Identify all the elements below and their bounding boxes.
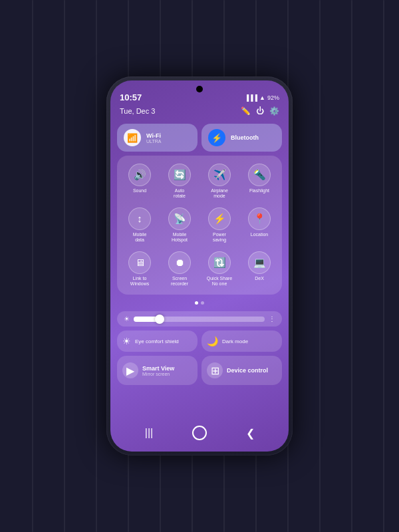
brightness-thumb[interactable] — [155, 315, 164, 324]
phone-device: 10:57 ▐▐▐ ▲ 92% Tue, Dec 3 ✏️ ⏻ ⚙️ 📶 — [106, 76, 293, 456]
back-button[interactable]: ❮ — [239, 422, 261, 444]
header-action-icons: ✏️ ⏻ ⚙️ — [241, 106, 279, 116]
edit-icon[interactable]: ✏️ — [241, 106, 251, 116]
phone-screen: 10:57 ▐▐▐ ▲ 92% Tue, Dec 3 ✏️ ⏻ ⚙️ 📶 — [110, 80, 289, 452]
link-windows-label: Link toWindows — [130, 276, 149, 287]
screen-recorder-icon: ⏺ — [168, 251, 191, 274]
tile-hotspot[interactable]: 📡 MobileHotspot — [161, 205, 198, 246]
dot-2 — [201, 301, 204, 305]
wifi-status-icon: ▲ — [259, 94, 265, 101]
quick-share-icon: 🔃 — [208, 251, 231, 274]
status-icons: ▐▐▐ ▲ 92% — [245, 94, 279, 101]
brightness-more-icon: ⋮ — [269, 315, 275, 323]
eye-comfort-icon: ☀ — [122, 336, 131, 346]
tile-quick-share[interactable]: 🔃 Quick ShareNo one — [201, 249, 238, 290]
sound-icon: 🔊 — [128, 164, 151, 186]
top-connectivity-tiles: 📶 Wi-Fi ULTRA ⚡ Bluetooth — [117, 124, 282, 152]
bluetooth-tile-text: Bluetooth — [231, 134, 259, 141]
brightness-icon: ☀ — [124, 315, 130, 323]
airplane-icon: ✈️ — [208, 164, 231, 186]
header-date: Tue, Dec 3 — [120, 107, 155, 115]
signal-icon: ▐▐▐ — [245, 94, 257, 101]
smart-view-label: Smart View — [142, 365, 174, 372]
status-time: 10:57 — [120, 92, 142, 102]
device-control-icon: ⊞ — [207, 362, 223, 378]
quick-panel: 📶 Wi-Fi ULTRA ⚡ Bluetooth � — [110, 120, 289, 417]
settings-icon[interactable]: ⚙️ — [269, 106, 279, 116]
eye-comfort-label: Eye comfort shield — [135, 338, 179, 344]
dot-1 — [195, 301, 198, 305]
tile-dex[interactable]: 💻 DeX — [241, 249, 278, 290]
quick-share-label: Quick ShareNo one — [207, 276, 233, 287]
dark-mode-icon: 🌙 — [207, 336, 218, 346]
comfort-tiles: ☀ Eye comfort shield 🌙 Dark mode — [117, 331, 282, 352]
airplane-label: Airplanemode — [211, 188, 228, 200]
tile-sound[interactable]: 🔊 Sound — [121, 161, 158, 202]
tile-airplane[interactable]: ✈️ Airplanemode — [201, 161, 238, 202]
sound-label: Sound — [133, 188, 146, 194]
brightness-track[interactable] — [134, 317, 265, 322]
bluetooth-tile[interactable]: ⚡ Bluetooth — [201, 124, 282, 152]
back-icon: ❮ — [246, 427, 255, 440]
flashlight-label: Flashlight — [249, 188, 269, 194]
tile-mobile-data[interactable]: ↕ Mobiledata — [121, 205, 158, 246]
bluetooth-label: Bluetooth — [231, 134, 259, 141]
screen-recorder-label: Screenrecorder — [171, 276, 188, 287]
smart-view-text: Smart View Mirror screen — [142, 365, 174, 376]
recents-icon: ||| — [145, 427, 153, 439]
power-icon[interactable]: ⏻ — [256, 106, 264, 116]
recents-button[interactable]: ||| — [138, 422, 160, 444]
device-control-label: Device control — [227, 367, 268, 374]
home-icon — [192, 426, 207, 440]
tile-auto-rotate[interactable]: 🔄 Autorotate — [161, 161, 198, 202]
quick-tiles-grid: 🔊 Sound 🔄 Autorotate ✈️ Airplanemode 🔦 F… — [121, 161, 278, 289]
camera-hole — [196, 86, 203, 92]
wifi-sub: ULTRA — [146, 139, 161, 144]
brightness-row[interactable]: ☀ ⋮ — [117, 311, 282, 327]
auto-rotate-label: Autorotate — [174, 188, 186, 200]
tile-screen-recorder[interactable]: ⏺ Screenrecorder — [161, 249, 198, 290]
tile-link-windows[interactable]: 🖥 Link toWindows — [121, 249, 158, 290]
icon-grid-wrapper: 🔊 Sound 🔄 Autorotate ✈️ Airplanemode 🔦 F… — [117, 156, 282, 295]
power-saving-label: Powersaving — [213, 232, 226, 243]
auto-rotate-icon: 🔄 — [168, 164, 191, 186]
dark-mode-tile[interactable]: 🌙 Dark mode — [201, 331, 282, 352]
hotspot-label: MobileHotspot — [172, 232, 188, 243]
device-control-tile[interactable]: ⊞ Device control — [201, 356, 282, 385]
link-windows-icon: 🖥 — [128, 251, 151, 274]
page-dots — [117, 299, 282, 307]
wifi-label: Wi-Fi — [146, 132, 161, 139]
smart-view-sub: Mirror screen — [142, 372, 174, 376]
tile-flashlight[interactable]: 🔦 Flashlight — [241, 161, 278, 202]
power-saving-icon: ⚡ — [208, 207, 231, 230]
navigation-bar: ||| ❮ — [110, 417, 289, 452]
wifi-icon: 📶 — [124, 129, 141, 146]
location-label: Location — [251, 232, 268, 237]
dex-label: DeX — [255, 276, 264, 281]
wifi-tile[interactable]: 📶 Wi-Fi ULTRA — [117, 124, 198, 152]
location-icon: 📍 — [248, 207, 271, 230]
mobile-data-label: Mobiledata — [133, 232, 147, 243]
eye-comfort-tile[interactable]: ☀ Eye comfort shield — [117, 331, 198, 352]
action-tiles: ▶ Smart View Mirror screen ⊞ Device cont… — [117, 356, 282, 388]
dark-mode-label: Dark mode — [222, 338, 248, 344]
battery-status: 92% — [267, 94, 279, 101]
hotspot-icon: 📡 — [168, 207, 191, 230]
smart-view-tile[interactable]: ▶ Smart View Mirror screen — [117, 356, 198, 385]
wifi-tile-text: Wi-Fi ULTRA — [146, 132, 161, 144]
header-row: Tue, Dec 3 ✏️ ⏻ ⚙️ — [110, 105, 289, 120]
smart-view-icon: ▶ — [122, 362, 138, 378]
home-button[interactable] — [189, 422, 210, 444]
tile-location[interactable]: 📍 Location — [241, 205, 278, 246]
bluetooth-icon: ⚡ — [208, 129, 225, 146]
dex-icon: 💻 — [248, 251, 271, 274]
tile-power-saving[interactable]: ⚡ Powersaving — [201, 205, 238, 246]
status-bar: 10:57 ▐▐▐ ▲ 92% — [110, 80, 289, 105]
mobile-data-icon: ↕ — [128, 207, 151, 230]
flashlight-icon: 🔦 — [248, 164, 271, 186]
device-control-text: Device control — [227, 367, 268, 374]
